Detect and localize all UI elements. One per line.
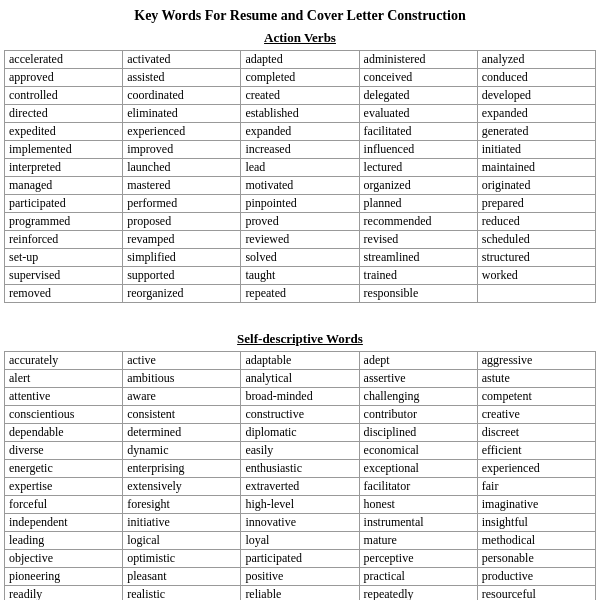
table-cell: activated	[123, 51, 241, 69]
table-cell: planned	[359, 195, 477, 213]
table-cell: initiated	[477, 141, 595, 159]
table-cell: ambitious	[123, 370, 241, 388]
table-cell	[477, 285, 595, 303]
table-cell: directed	[5, 105, 123, 123]
table-cell: constructive	[241, 406, 359, 424]
table-cell: supervised	[5, 267, 123, 285]
section-heading-1: Self-descriptive Words	[4, 331, 596, 347]
table-cell: worked	[477, 267, 595, 285]
table-cell: leading	[5, 532, 123, 550]
table-cell: foresight	[123, 496, 241, 514]
table-cell: proposed	[123, 213, 241, 231]
table-cell: removed	[5, 285, 123, 303]
table-row: expeditedexperiencedexpandedfacilitatedg…	[5, 123, 596, 141]
table-cell: enthusiastic	[241, 460, 359, 478]
table-cell: insightful	[477, 514, 595, 532]
table-cell: efficient	[477, 442, 595, 460]
table-cell: alert	[5, 370, 123, 388]
table-cell: diplomatic	[241, 424, 359, 442]
table-cell: pinpointed	[241, 195, 359, 213]
table-row: independentinitiativeinnovativeinstrumen…	[5, 514, 596, 532]
table-cell: reliable	[241, 586, 359, 601]
table-cell: analytical	[241, 370, 359, 388]
table-cell: expanded	[477, 105, 595, 123]
table-cell: discreet	[477, 424, 595, 442]
table-cell: perceptive	[359, 550, 477, 568]
table-cell: mastered	[123, 177, 241, 195]
table-cell: methodical	[477, 532, 595, 550]
table-cell: positive	[241, 568, 359, 586]
table-cell: honest	[359, 496, 477, 514]
table-row: programmedproposedprovedrecommendedreduc…	[5, 213, 596, 231]
table-cell: easily	[241, 442, 359, 460]
table-cell: performed	[123, 195, 241, 213]
table-cell: active	[123, 352, 241, 370]
table-cell: established	[241, 105, 359, 123]
table-row: pioneeringpleasantpositivepracticalprodu…	[5, 568, 596, 586]
table-cell: accelerated	[5, 51, 123, 69]
table-cell: supported	[123, 267, 241, 285]
table-cell: lectured	[359, 159, 477, 177]
table-cell: conscientious	[5, 406, 123, 424]
table-cell: reviewed	[241, 231, 359, 249]
table-cell: attentive	[5, 388, 123, 406]
table-cell: recommended	[359, 213, 477, 231]
table-cell: contributor	[359, 406, 477, 424]
table-cell: facilitator	[359, 478, 477, 496]
table-row: implementedimprovedincreasedinfluencedin…	[5, 141, 596, 159]
table-cell: creative	[477, 406, 595, 424]
table-cell: competent	[477, 388, 595, 406]
table-cell: proved	[241, 213, 359, 231]
table-row: leadinglogicalloyalmaturemethodical	[5, 532, 596, 550]
table-cell: created	[241, 87, 359, 105]
table-row: acceleratedactivatedadaptedadministereda…	[5, 51, 596, 69]
table-cell: reorganized	[123, 285, 241, 303]
table-cell: administered	[359, 51, 477, 69]
table-cell: participated	[5, 195, 123, 213]
table-row: managedmasteredmotivatedorganizedorigina…	[5, 177, 596, 195]
table-cell: revised	[359, 231, 477, 249]
table-cell: pleasant	[123, 568, 241, 586]
table-cell: reinforced	[5, 231, 123, 249]
table-cell: loyal	[241, 532, 359, 550]
table-cell: expanded	[241, 123, 359, 141]
table-cell: innovative	[241, 514, 359, 532]
table-row: supervisedsupportedtaughttrainedworked	[5, 267, 596, 285]
table-cell: originated	[477, 177, 595, 195]
table-cell: practical	[359, 568, 477, 586]
table-cell: pioneering	[5, 568, 123, 586]
table-cell: diverse	[5, 442, 123, 460]
section-table-1: accuratelyactiveadaptableadeptaggressive…	[4, 351, 596, 600]
table-cell: experienced	[123, 123, 241, 141]
page-title: Key Words For Resume and Cover Letter Co…	[4, 8, 596, 24]
table-row: set-upsimplifiedsolvedstreamlinedstructu…	[5, 249, 596, 267]
table-cell: personable	[477, 550, 595, 568]
table-cell: motivated	[241, 177, 359, 195]
table-cell: broad-minded	[241, 388, 359, 406]
table-cell: mature	[359, 532, 477, 550]
table-cell: managed	[5, 177, 123, 195]
table-cell: optimistic	[123, 550, 241, 568]
table-cell: coordinated	[123, 87, 241, 105]
table-cell: determined	[123, 424, 241, 442]
table-cell: energetic	[5, 460, 123, 478]
table-cell: assisted	[123, 69, 241, 87]
table-cell: evaluated	[359, 105, 477, 123]
table-cell: accurately	[5, 352, 123, 370]
table-cell: streamlined	[359, 249, 477, 267]
table-cell: structured	[477, 249, 595, 267]
table-cell: conceived	[359, 69, 477, 87]
table-cell: lead	[241, 159, 359, 177]
table-cell: resourceful	[477, 586, 595, 601]
table-cell: increased	[241, 141, 359, 159]
table-row: alertambitiousanalyticalassertiveastute	[5, 370, 596, 388]
table-cell: consistent	[123, 406, 241, 424]
table-cell: influenced	[359, 141, 477, 159]
table-cell: extraverted	[241, 478, 359, 496]
table-cell: forceful	[5, 496, 123, 514]
table-cell: simplified	[123, 249, 241, 267]
table-cell: extensively	[123, 478, 241, 496]
table-cell: independent	[5, 514, 123, 532]
table-cell: expedited	[5, 123, 123, 141]
table-row: diversedynamiceasilyeconomicalefficient	[5, 442, 596, 460]
